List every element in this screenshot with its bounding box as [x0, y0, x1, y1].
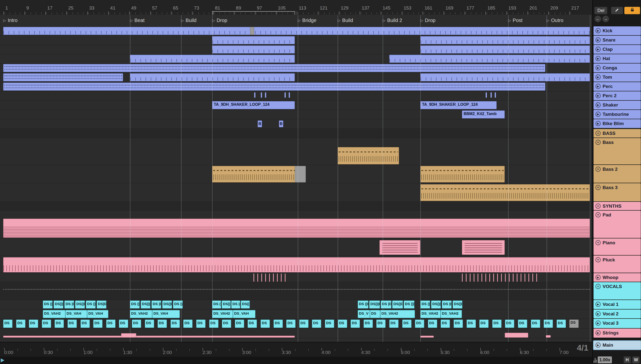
clip[interactable]: [462, 274, 540, 282]
track-header-bass-2[interactable]: ▼Bass 2: [593, 165, 641, 183]
chevron-down-icon[interactable]: ▼: [595, 140, 601, 145]
clip[interactable]: DS: [68, 320, 77, 328]
clip[interactable]: DS |D|: [64, 300, 74, 308]
locator-drop[interactable]: ▷Drop: [212, 18, 227, 23]
loop-region-marker[interactable]: [212, 11, 295, 15]
track-header-synths[interactable]: ≡SYNTHS: [593, 202, 641, 210]
clip[interactable]: DS (|: [212, 300, 221, 308]
clip[interactable]: DS|)|D: [369, 300, 380, 308]
bar-ruler[interactable]: 1917253341495765738189971051131211291371…: [0, 0, 592, 15]
clip[interactable]: DS: [531, 320, 540, 328]
track-header-piano[interactable]: ▼Piano: [593, 238, 641, 255]
clip[interactable]: DS_VAH2: [43, 310, 65, 318]
clip[interactable]: DS: [16, 320, 26, 328]
locator-beat[interactable]: ▷Beat: [130, 18, 145, 23]
track-header-bass[interactable]: ≡BASS: [593, 129, 641, 138]
clip[interactable]: [420, 166, 505, 182]
clip[interactable]: [212, 46, 295, 54]
clip[interactable]: DS|)|: [431, 300, 441, 308]
clip[interactable]: DS: [338, 320, 347, 328]
track-header-perc-2[interactable]: ▶Perc 2: [593, 91, 641, 100]
clip[interactable]: DS_VAH2: [441, 310, 462, 318]
clip[interactable]: DS: [557, 320, 566, 328]
track-header-tambourine[interactable]: ▶Tambourine: [593, 110, 641, 119]
clip[interactable]: DS: [479, 320, 489, 328]
track-header-tom[interactable]: ▶Tom: [593, 73, 641, 82]
clip[interactable]: DS_VAH: [87, 310, 108, 318]
play-triangle-icon[interactable]: ▶: [595, 56, 601, 61]
clip[interactable]: [495, 92, 496, 98]
clip[interactable]: DS: [376, 320, 386, 328]
clip[interactable]: DS: [454, 320, 463, 328]
clip[interactable]: DS_VAH2: [420, 310, 441, 318]
track-header-snare[interactable]: ▶Snare: [593, 36, 641, 44]
clip[interactable]: [3, 82, 545, 91]
play-triangle-icon[interactable]: ▶: [595, 342, 601, 348]
clip[interactable]: [295, 166, 306, 182]
play-triangle-icon[interactable]: ▶: [595, 275, 601, 280]
track-header-conga[interactable]: ▶Conga: [593, 64, 641, 72]
clip[interactable]: [3, 64, 545, 72]
clip[interactable]: DS(|D|: [162, 300, 172, 308]
clip[interactable]: [420, 73, 590, 81]
locator-build[interactable]: ▷Build: [181, 18, 196, 23]
clip[interactable]: [212, 36, 295, 44]
clip[interactable]: [289, 92, 290, 98]
chevron-down-icon[interactable]: ▼: [595, 257, 601, 262]
clip[interactable]: DS: [441, 320, 450, 328]
clip[interactable]: DS |D(: [442, 300, 452, 308]
clip[interactable]: DS |D|: [381, 300, 391, 308]
clip[interactable]: DS: [312, 320, 321, 328]
clip[interactable]: DS: [170, 320, 180, 328]
clip[interactable]: DS(|D: [453, 300, 462, 308]
clip[interactable]: DS |D|: [151, 300, 161, 308]
clip[interactable]: DS |(: [231, 300, 240, 308]
locator-drop[interactable]: ▷Drop: [420, 18, 436, 23]
track-header-vocals[interactable]: ≡VOCALS: [593, 282, 641, 300]
play-triangle-icon[interactable]: ▶: [595, 112, 601, 117]
clip[interactable]: [285, 92, 286, 98]
clip[interactable]: [420, 36, 590, 44]
play-triangle-icon[interactable]: ▶: [595, 311, 601, 316]
locator-build-2[interactable]: ▷Build 2: [383, 18, 402, 23]
clip[interactable]: [254, 274, 286, 282]
clip[interactable]: DS(|: [241, 300, 250, 308]
play-triangle-icon[interactable]: ▶: [595, 65, 601, 70]
clip[interactable]: [265, 92, 266, 98]
play-triangle-icon[interactable]: ▶: [595, 28, 601, 33]
clip[interactable]: [250, 27, 254, 35]
clip[interactable]: DS: [274, 320, 283, 328]
play-triangle-icon[interactable]: ▶: [595, 84, 601, 89]
locator-outro[interactable]: ▷Outro: [547, 18, 563, 23]
play-triangle-icon[interactable]: ▶: [595, 302, 601, 307]
track-header-bass-3[interactable]: ▼Bass 3: [593, 183, 641, 201]
clip[interactable]: DS_VAH: [233, 310, 255, 318]
draw-mode-button[interactable]: [611, 7, 623, 14]
clip[interactable]: DS |)|: [86, 300, 96, 308]
clip[interactable]: [389, 55, 590, 63]
play-triangle-icon[interactable]: ▶: [595, 320, 601, 326]
clip[interactable]: DS_V: [358, 310, 370, 318]
play-triangle-icon[interactable]: ▶: [595, 330, 601, 336]
clip[interactable]: DS: [81, 320, 90, 328]
clip[interactable]: DS|): [222, 300, 231, 308]
clip[interactable]: B: [258, 120, 262, 127]
clip[interactable]: [379, 240, 420, 255]
waveform-zoom-icon[interactable]: [593, 358, 597, 363]
clip[interactable]: DS_VAH: [152, 310, 180, 318]
clip[interactable]: [491, 92, 492, 98]
clip[interactable]: DS (|D: [420, 300, 430, 308]
delete-button[interactable]: Del: [594, 7, 607, 14]
clip[interactable]: [3, 257, 590, 272]
clip[interactable]: TA_9DH_SHAKER_LOOP_124: [212, 101, 295, 109]
clip[interactable]: [420, 184, 590, 201]
lock-button[interactable]: [624, 7, 640, 14]
locator-intro[interactable]: ▷Intro: [3, 18, 18, 23]
clip[interactable]: DS: [235, 320, 244, 328]
chevron-down-icon[interactable]: ▼: [595, 240, 601, 245]
clip[interactable]: DS_VAH2: [380, 310, 415, 318]
clip[interactable]: DS: [248, 320, 257, 328]
clip[interactable]: DS: [428, 320, 437, 328]
zoom-height-button[interactable]: H: [624, 356, 631, 363]
clip[interactable]: BBM2_Kit2_Tamb: [462, 110, 505, 118]
